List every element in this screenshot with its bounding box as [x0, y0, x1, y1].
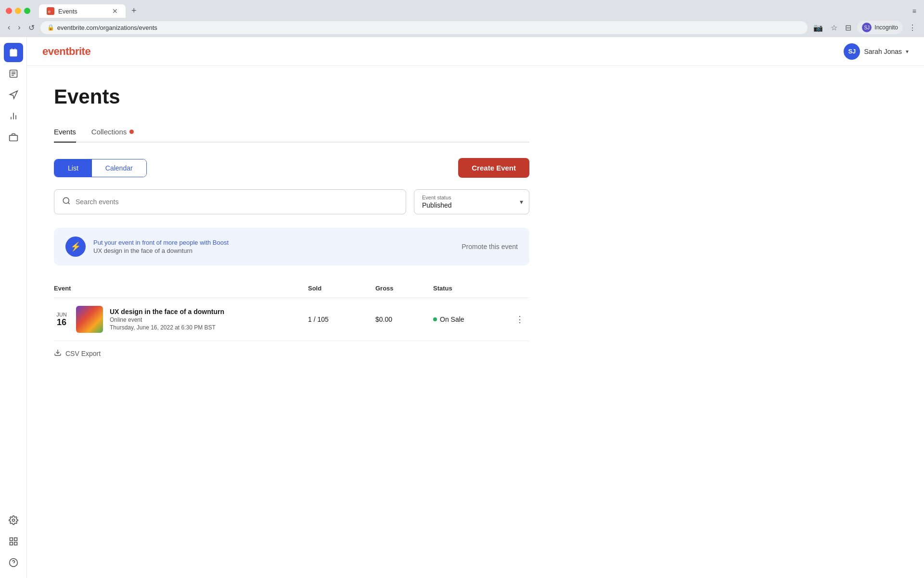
toolbar: List Calendar Create Event	[54, 158, 529, 178]
page-content: Events Events Collections List Calendar …	[27, 66, 556, 385]
sidebar-item-finance[interactable]	[4, 128, 23, 147]
top-nav: eventbrite SJ Sarah Jonas ▾	[27, 37, 924, 66]
sidebar-item-events[interactable]	[4, 43, 23, 62]
maximize-window-dot[interactable]	[24, 8, 30, 14]
event-datetime: Thursday, June 16, 2022 at 6:30 PM BST	[110, 324, 224, 331]
browser-menu-button[interactable]: ≡	[911, 5, 918, 17]
sidebar-item-help[interactable]	[4, 553, 23, 572]
boost-text: Put your event in front of more people w…	[93, 239, 229, 254]
status-filter-label: Event status	[422, 195, 521, 200]
event-details: UX design in the face of a downturn Onli…	[110, 308, 224, 331]
event-gross: $0.00	[375, 315, 433, 323]
tab-close-button[interactable]: ✕	[112, 7, 118, 15]
page-title: Events	[54, 85, 529, 108]
download-icon	[54, 349, 62, 358]
sidebar-item-reports[interactable]	[4, 106, 23, 126]
collections-badge	[129, 130, 134, 134]
browser-chrome: e Events ✕ + ≡ ‹ › ↺ 🔒 eventbrite.com/or…	[0, 0, 924, 37]
main-content: eventbrite SJ Sarah Jonas ▾ Events Event…	[27, 37, 924, 578]
tab-title: Events	[58, 8, 77, 15]
browser-more-button[interactable]: ⋮	[907, 21, 918, 34]
lightning-icon: ⚡	[70, 241, 81, 252]
tab-collections[interactable]: Collections	[91, 124, 134, 143]
csv-export-label: CSV Export	[65, 350, 101, 357]
view-toggle: List Calendar	[54, 159, 147, 177]
search-box	[54, 189, 406, 214]
incognito-avatar: SJ	[862, 23, 872, 32]
user-menu-chevron-icon: ▾	[906, 48, 909, 55]
tab-events-label: Events	[54, 128, 76, 136]
boost-banner: ⚡ Put your event in front of more people…	[54, 228, 529, 265]
new-tab-button[interactable]: +	[128, 4, 141, 18]
sidebar-toggle-button[interactable]: ⊟	[843, 21, 853, 34]
brand-logo: eventbrite	[42, 45, 90, 58]
search-input[interactable]	[76, 198, 398, 206]
bookmark-button[interactable]: ☆	[829, 21, 839, 34]
boost-subtitle: UX design in the face of a downturn	[93, 247, 229, 254]
svg-text:e: e	[48, 9, 51, 13]
boost-icon: ⚡	[65, 236, 86, 257]
status-filter-value: Published	[422, 201, 521, 209]
col-header-sold: Sold	[308, 285, 375, 292]
event-name[interactable]: UX design in the face of a downturn	[110, 308, 224, 315]
svg-rect-1	[10, 49, 17, 56]
calendar-view-button[interactable]: Calendar	[92, 159, 146, 177]
create-event-button[interactable]: Create Event	[458, 158, 529, 178]
browser-window-controls	[6, 8, 30, 14]
event-thumbnail-image	[76, 306, 103, 333]
app-layout: eventbrite SJ Sarah Jonas ▾ Events Event…	[0, 37, 924, 578]
col-header-gross: Gross	[375, 285, 433, 292]
event-more-button[interactable]: ⋮	[510, 312, 529, 327]
tab-favicon: e	[47, 7, 54, 15]
minimize-window-dot[interactable]	[15, 8, 21, 14]
csv-export[interactable]: CSV Export	[54, 341, 529, 366]
event-day: 16	[57, 317, 66, 328]
status-filter[interactable]: Event status Published ▾	[414, 189, 529, 214]
svg-rect-16	[10, 542, 13, 545]
browser-addressbar: ‹ › ↺ 🔒 eventbrite.com/organizations/eve…	[0, 18, 924, 37]
sidebar-item-settings[interactable]	[4, 511, 23, 530]
user-menu[interactable]: SJ Sarah Jonas ▾	[844, 43, 909, 60]
forward-button[interactable]: ›	[16, 21, 22, 34]
svg-rect-15	[14, 538, 17, 541]
page-tabs: Events Collections	[54, 124, 529, 143]
avatar: SJ	[844, 43, 860, 60]
incognito-label: Incognito	[874, 24, 898, 31]
sidebar-item-orders[interactable]	[4, 64, 23, 83]
event-sold: 1 / 105	[308, 315, 375, 323]
ssl-lock-icon: 🔒	[47, 24, 54, 31]
logo-text: eventbrite	[42, 45, 90, 58]
status-dot-icon	[433, 317, 437, 321]
tab-collections-label: Collections	[91, 128, 127, 136]
svg-line-21	[68, 202, 69, 204]
svg-rect-14	[10, 538, 13, 541]
table-row: JUN 16 UX design in the face of a downtu…	[54, 298, 529, 341]
back-button[interactable]: ‹	[6, 21, 12, 34]
event-month: JUN	[56, 312, 66, 317]
incognito-profile-button[interactable]: SJ Incognito	[857, 21, 903, 34]
col-header-event: Event	[54, 285, 308, 292]
reload-button[interactable]: ↺	[26, 21, 37, 34]
boost-banner-left: ⚡ Put your event in front of more people…	[65, 236, 229, 257]
tab-events[interactable]: Events	[54, 124, 76, 143]
sidebar-item-marketing[interactable]	[4, 85, 23, 105]
sidebar-item-apps[interactable]	[4, 532, 23, 551]
list-view-button[interactable]: List	[54, 159, 92, 177]
camera-off-button[interactable]: 📷	[811, 21, 825, 34]
event-date: JUN 16	[54, 312, 69, 328]
close-window-dot[interactable]	[6, 8, 12, 14]
browser-tabs: e Events ✕ +	[39, 4, 907, 18]
table-header: Event Sold Gross Status	[54, 279, 529, 298]
promote-event-link[interactable]: Promote this event	[462, 243, 518, 250]
event-status-label: On Sale	[440, 315, 464, 323]
events-table: Event Sold Gross Status JUN 16	[54, 279, 529, 341]
search-icon	[62, 197, 71, 207]
event-type: Online event	[110, 316, 224, 323]
col-header-actions	[510, 285, 529, 292]
event-info: JUN 16 UX design in the face of a downtu…	[54, 306, 308, 333]
address-bar[interactable]: 🔒 eventbrite.com/organizations/events	[40, 21, 808, 34]
status-chevron-icon: ▾	[520, 198, 523, 206]
active-browser-tab[interactable]: e Events ✕	[39, 4, 126, 18]
filter-bar: Event status Published ▾	[54, 189, 529, 214]
svg-point-13	[12, 519, 14, 522]
